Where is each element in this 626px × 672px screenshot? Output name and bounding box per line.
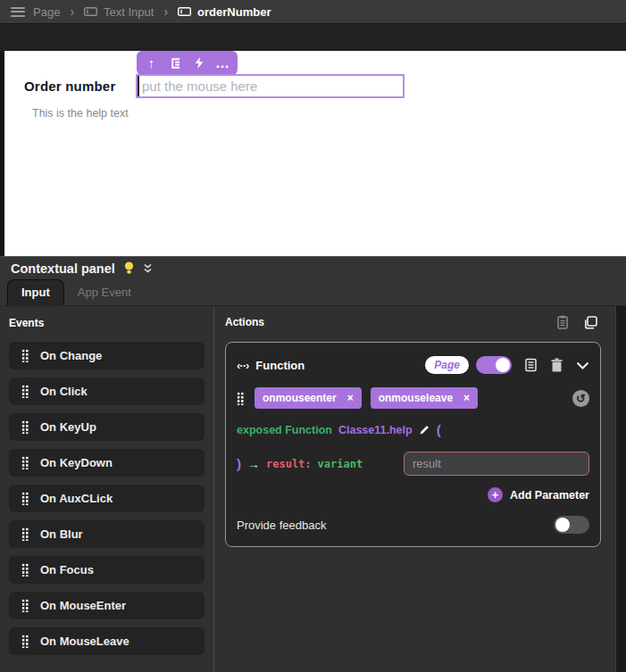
- event-label: On AuxCLick: [40, 492, 113, 505]
- result-value-input[interactable]: [404, 452, 589, 476]
- breadcrumb-item-page[interactable]: Page: [33, 5, 60, 19]
- close-paren: ): [237, 456, 241, 471]
- breadcrumb-label: Page: [33, 5, 60, 19]
- event-item-on-mouseenter[interactable]: On MouseEnter: [9, 592, 204, 619]
- collapse-double-chevron-icon[interactable]: [143, 263, 153, 274]
- event-tags-row: onmouseenter × onmouseleave × ↺: [237, 387, 589, 409]
- function-action-card: ‹··› Function Page: [225, 342, 601, 547]
- design-canvas[interactable]: ↑ … Order number This is the help text: [0, 51, 626, 256]
- function-brackets-icon: ‹··›: [237, 359, 248, 372]
- event-label: On Blur: [40, 527, 83, 541]
- add-parameter-button[interactable]: + Add Parameter: [237, 487, 589, 502]
- contextual-panel-title: Contextual panel: [11, 261, 115, 276]
- event-item-on-keydown[interactable]: On KeyDown: [9, 449, 204, 477]
- contextual-panel-body: Events On Change On Click On KeyUp On Ke…: [0, 306, 626, 672]
- events-bolt-icon[interactable]: [190, 54, 208, 72]
- function-card-title: Function: [255, 359, 305, 372]
- edit-pencil-icon[interactable]: [419, 424, 430, 436]
- event-item-on-mouseleave[interactable]: On MouseLeave: [9, 627, 204, 655]
- menu-icon[interactable]: [11, 7, 25, 17]
- function-card-header: ‹··› Function Page: [237, 353, 589, 377]
- widget-help-text: This is the help text: [32, 107, 129, 120]
- canvas-top-gap: [0, 24, 626, 51]
- widget-label: Order number: [24, 79, 115, 94]
- tab-app-event[interactable]: App Event: [64, 280, 145, 305]
- drag-handle-icon: [21, 385, 29, 398]
- drag-handle-icon: [237, 392, 244, 405]
- delete-icon[interactable]: [550, 358, 563, 372]
- breadcrumb-label: Text Input: [104, 5, 154, 19]
- text-input-widget-icon: [178, 7, 191, 16]
- tag-onmouseleave[interactable]: onmouseleave ×: [371, 387, 478, 409]
- event-item-on-auxclick[interactable]: On AuxCLick: [9, 485, 204, 512]
- drag-handle-icon: [21, 635, 29, 648]
- breadcrumb-item-ordernumber[interactable]: orderNumber: [178, 5, 271, 19]
- result-name: result:: [266, 458, 312, 470]
- contextual-panel: Contextual panel Input App Event Events …: [0, 256, 626, 672]
- event-item-on-keyup[interactable]: On KeyUp: [9, 413, 204, 441]
- drag-handle-icon: [21, 599, 29, 612]
- signature-function-name: Classe11.help: [338, 424, 413, 436]
- drag-handle-icon: [21, 563, 29, 577]
- breadcrumb-label: orderNumber: [197, 5, 271, 19]
- drag-handle-icon: [21, 527, 29, 541]
- event-label: On MouseEnter: [40, 599, 126, 612]
- result-type: variant: [318, 458, 363, 470]
- open-paren: (: [437, 422, 441, 437]
- event-label: On Focus: [40, 563, 94, 577]
- contextual-tabs: Input App Event: [0, 279, 626, 306]
- select-parent-icon[interactable]: [166, 54, 184, 72]
- ordernumber-text-input[interactable]: [136, 74, 405, 98]
- text-caret: [138, 76, 139, 96]
- arrow-icon: →: [247, 457, 260, 471]
- events-panel: Events On Change On Click On KeyUp On Ke…: [0, 306, 214, 672]
- events-title: Events: [9, 317, 204, 329]
- duplicate-icon[interactable]: [524, 358, 538, 372]
- tag-label: onmouseenter: [263, 392, 337, 404]
- tag-label: onmouseleave: [379, 392, 453, 404]
- result-row: ) → result: variant: [237, 452, 589, 476]
- event-label: On KeyUp: [40, 420, 96, 434]
- more-options-icon[interactable]: …: [213, 54, 231, 72]
- paste-icon[interactable]: [557, 315, 570, 329]
- feedback-row: Provide feedback: [237, 516, 589, 534]
- chevron-right-icon: ›: [70, 4, 74, 19]
- tab-input[interactable]: Input: [7, 279, 64, 305]
- function-enabled-toggle[interactable]: [476, 356, 512, 374]
- lightbulb-icon[interactable]: [124, 261, 134, 275]
- event-label: On Change: [40, 349, 102, 362]
- drag-handle-icon: [21, 420, 29, 434]
- add-parameter-label: Add Parameter: [510, 489, 589, 502]
- move-up-icon[interactable]: ↑: [143, 54, 161, 72]
- breadcrumb-item-text-input[interactable]: Text Input: [84, 5, 154, 19]
- widget-floating-toolbar: ↑ …: [137, 51, 238, 75]
- drag-handle-icon: [21, 456, 29, 469]
- drag-handle-icon: [21, 492, 29, 505]
- tag-onmouseenter[interactable]: onmouseenter ×: [255, 387, 362, 409]
- actions-title: Actions: [225, 316, 264, 328]
- reset-icon[interactable]: ↺: [572, 390, 589, 407]
- event-label: On Click: [40, 385, 88, 398]
- feedback-label: Provide feedback: [237, 519, 326, 532]
- event-item-on-focus[interactable]: On Focus: [9, 556, 204, 584]
- event-item-on-blur[interactable]: On Blur: [9, 520, 204, 548]
- collapse-chevron-icon[interactable]: [576, 361, 589, 369]
- chevron-right-icon: ›: [163, 4, 168, 19]
- remove-tag-icon[interactable]: ×: [347, 392, 354, 404]
- event-item-on-click[interactable]: On Click: [9, 377, 204, 405]
- text-input-widget-icon: [84, 7, 97, 16]
- event-label: On KeyDown: [40, 456, 113, 469]
- signature-keyword: exposed Function: [237, 424, 332, 436]
- drag-handle-icon: [21, 349, 29, 362]
- vertical-scrollbar[interactable]: [615, 306, 626, 672]
- remove-tag-icon[interactable]: ×: [463, 392, 470, 404]
- feedback-toggle[interactable]: [554, 516, 589, 534]
- event-item-on-change[interactable]: On Change: [9, 342, 204, 369]
- copy-all-icon[interactable]: [584, 316, 597, 329]
- function-signature: exposed Function Classe11.help (: [237, 422, 589, 437]
- event-label: On MouseLeave: [40, 635, 129, 648]
- scope-badge: Page: [425, 356, 469, 374]
- contextual-panel-header: Contextual panel: [0, 257, 626, 279]
- actions-header: Actions: [225, 315, 615, 329]
- breadcrumb-bar: Page › Text Input › orderNumber: [0, 0, 626, 24]
